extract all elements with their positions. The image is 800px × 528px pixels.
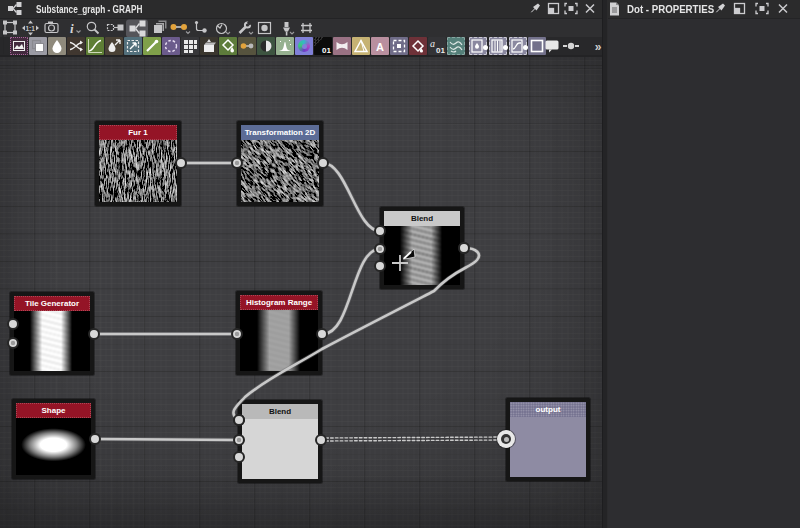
- svg-text:i: i: [70, 21, 74, 36]
- svg-text:1:1: 1:1: [26, 25, 36, 32]
